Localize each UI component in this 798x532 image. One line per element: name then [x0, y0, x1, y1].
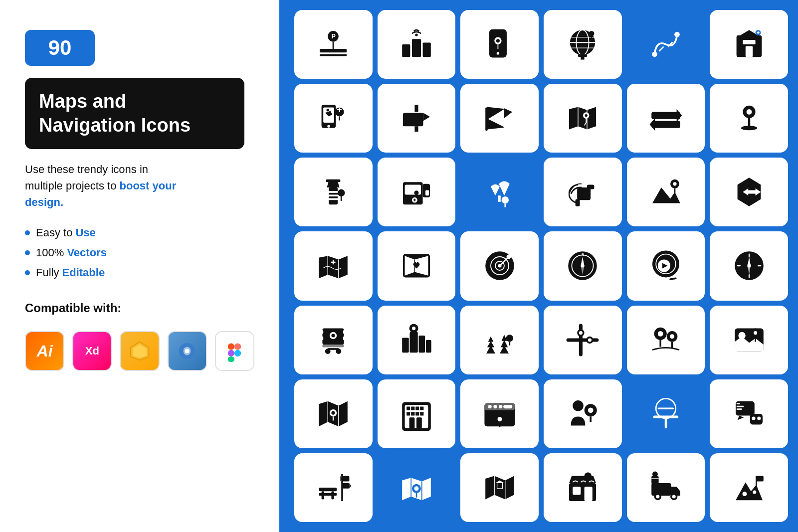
- icon-card-person-location: [544, 379, 622, 448]
- svg-rect-137: [415, 406, 419, 410]
- svg-point-128: [738, 332, 745, 339]
- svg-point-71: [501, 196, 508, 203]
- wifi-city-icon: [399, 26, 434, 62]
- no-entry-pin-icon: [648, 396, 684, 432]
- trees-location-icon: [482, 322, 518, 358]
- icon-card-two-pins: [627, 306, 705, 374]
- description-highlight: boost yourdesign.: [25, 179, 176, 208]
- icon-card-store-location: [544, 453, 622, 522]
- svg-point-165: [752, 416, 755, 420]
- feature-use: Easy to Use: [25, 226, 254, 239]
- svg-marker-58: [327, 181, 340, 188]
- svg-rect-116: [490, 345, 492, 353]
- svg-point-130: [754, 331, 757, 335]
- hospital-icon: [731, 26, 767, 62]
- svg-point-39: [328, 125, 330, 128]
- svg-point-20: [496, 52, 499, 54]
- svg-rect-5: [228, 350, 234, 356]
- svg-rect-113: [426, 340, 431, 353]
- heart-map-icon: [399, 248, 434, 284]
- svg-point-153: [497, 417, 502, 421]
- svg-marker-42: [423, 113, 430, 121]
- svg-point-122: [588, 338, 592, 342]
- feature-editable: Fully Editable: [25, 266, 254, 279]
- svg-rect-170: [319, 493, 337, 496]
- svg-rect-52: [651, 121, 680, 128]
- icon-card-trees-location: [460, 306, 539, 374]
- svg-marker-53: [650, 118, 655, 131]
- svg-rect-3: [228, 344, 234, 350]
- svg-rect-50: [651, 112, 680, 119]
- feature-vectors: 100% Vectors: [25, 246, 254, 259]
- gas-station-icon: [399, 174, 434, 210]
- icon-card-hospital: [710, 10, 788, 79]
- icon-card-parking-map: P: [294, 10, 373, 79]
- svg-rect-102: [343, 330, 347, 334]
- svg-rect-9: [320, 54, 347, 56]
- svg-rect-143: [409, 417, 415, 428]
- svg-marker-174: [350, 483, 352, 489]
- school-location-icon: [482, 470, 518, 506]
- icon-card-compass-2: [710, 231, 788, 300]
- compass-simple-icon: [731, 248, 767, 284]
- svg-rect-72: [578, 187, 591, 200]
- icon-card-hotel-map: H: [378, 379, 456, 448]
- icon-card-location-map: [544, 84, 622, 153]
- svg-rect-103: [343, 336, 347, 340]
- map-pin-large-icon: [399, 470, 434, 506]
- icon-card-church-map: [294, 231, 373, 300]
- bullet-dot: [25, 270, 30, 275]
- icon-card-folded-map: [294, 379, 373, 448]
- icon-card-satellite: [544, 158, 622, 226]
- svg-rect-110: [402, 338, 409, 353]
- svg-point-176: [414, 486, 418, 491]
- icon-card-crossroads: [544, 306, 622, 374]
- svg-point-126: [670, 334, 674, 339]
- svg-point-55: [741, 126, 757, 131]
- bench-sign-icon: [315, 470, 351, 506]
- icon-card-truck-location: [627, 453, 705, 522]
- ai-label: Ai: [37, 342, 53, 360]
- svg-point-63: [338, 189, 345, 196]
- crossroads-icon: [565, 322, 600, 358]
- svg-point-184: [656, 495, 659, 498]
- bullet-dot: [25, 230, 30, 235]
- svg-rect-173: [342, 483, 349, 489]
- svg-point-77: [673, 182, 676, 186]
- svg-point-156: [588, 407, 594, 413]
- svg-marker-51: [677, 109, 682, 122]
- svg-point-89: [581, 264, 585, 268]
- pin-stand-icon: [731, 100, 767, 136]
- svg-point-121: [579, 331, 583, 335]
- feature-vectors-text: 100% Vectors: [36, 246, 107, 259]
- radar-icon: [482, 248, 518, 284]
- svg-rect-135: [406, 406, 410, 410]
- icon-card-hexagon-arrows: [710, 158, 788, 226]
- icon-card-phone-map: [294, 84, 373, 153]
- procreate-icon: [176, 340, 199, 362]
- svg-point-115: [412, 327, 415, 330]
- svg-point-30: [674, 32, 680, 37]
- count-text: 90: [48, 36, 72, 60]
- svg-rect-47: [485, 108, 488, 131]
- hotel-map-icon: H: [399, 396, 434, 432]
- svg-text:P: P: [332, 33, 336, 40]
- svg-rect-13: [412, 39, 421, 57]
- svg-point-166: [757, 416, 761, 420]
- route-icon: [648, 26, 684, 62]
- svg-rect-27: [581, 55, 585, 60]
- icon-card-nature-location: [460, 158, 539, 226]
- svg-rect-100: [320, 330, 323, 334]
- person-location-icon: [565, 396, 600, 432]
- svg-rect-74: [587, 185, 594, 189]
- svg-rect-142: [420, 412, 423, 415]
- right-panel: P: [279, 0, 798, 532]
- icon-card-compass: N: [544, 231, 622, 300]
- app-icon-sketch: [120, 331, 159, 371]
- icon-card-school-location: [460, 453, 539, 522]
- svg-rect-117: [503, 345, 505, 353]
- svg-rect-162: [736, 406, 743, 407]
- description: Use these trendy icons inmultiple projec…: [25, 161, 244, 210]
- svg-rect-104: [323, 345, 344, 347]
- app-icon-procreate: [168, 331, 207, 371]
